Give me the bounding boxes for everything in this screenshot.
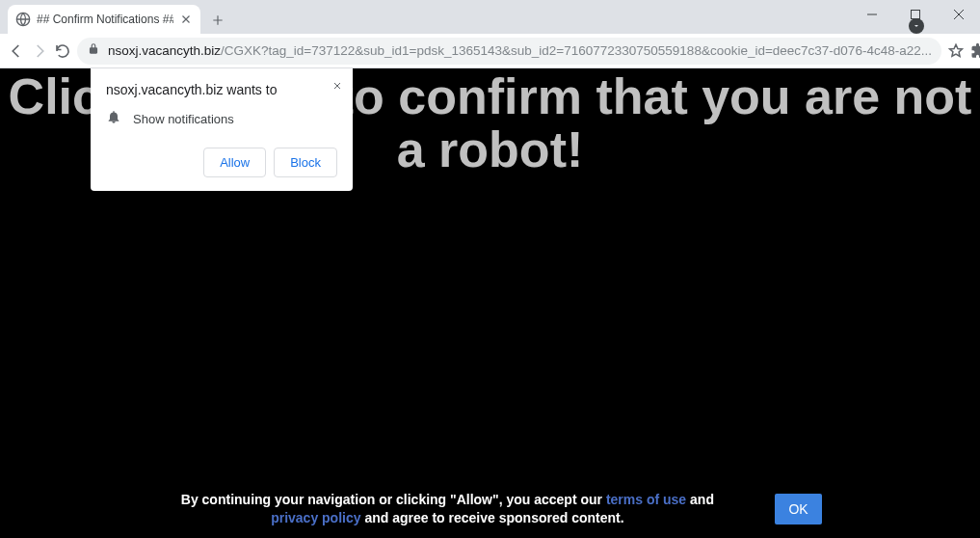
- globe-icon: [15, 12, 31, 27]
- reload-button[interactable]: [54, 38, 71, 65]
- prompt-title: nsoxj.vacancyth.biz wants to: [106, 82, 337, 97]
- extensions-icon[interactable]: [970, 38, 980, 65]
- url-domain: nsoxj.vacancyth.biz: [108, 43, 221, 58]
- notification-permission-prompt: nsoxj.vacancyth.biz wants to Show notifi…: [91, 68, 353, 191]
- close-icon[interactable]: [331, 78, 343, 90]
- address-bar[interactable]: nsoxj.vacancyth.biz/CGXK?tag_id=737122&s…: [77, 38, 941, 65]
- lock-icon: [87, 42, 100, 60]
- page-content: Click "Allow" to confirm that you are no…: [0, 68, 980, 538]
- tab-title: ## Confirm Notifications ##: [37, 13, 173, 26]
- back-button[interactable]: [8, 38, 25, 65]
- maximize-button[interactable]: [893, 0, 937, 29]
- url-text: nsoxj.vacancyth.biz/CGXK?tag_id=737122&s…: [108, 43, 932, 58]
- window-controls: [850, 0, 980, 29]
- allow-button[interactable]: Allow: [203, 148, 266, 177]
- consent-pre: By continuing your navigation or clickin…: [181, 492, 606, 507]
- svg-rect-1: [911, 11, 919, 19]
- ok-button[interactable]: OK: [775, 494, 821, 525]
- consent-text: By continuing your navigation or clickin…: [158, 491, 736, 528]
- consent-bar: By continuing your navigation or clickin…: [0, 491, 980, 528]
- star-icon[interactable]: [947, 38, 965, 65]
- consent-post: and agree to receive sponsored content.: [361, 510, 624, 525]
- new-tab-button[interactable]: [204, 7, 231, 34]
- consent-and: and: [686, 492, 714, 507]
- forward-button[interactable]: [31, 38, 48, 65]
- close-window-button[interactable]: [937, 0, 980, 29]
- bell-icon: [106, 109, 121, 128]
- browser-tab[interactable]: ## Confirm Notifications ##: [8, 5, 200, 34]
- browser-toolbar: nsoxj.vacancyth.biz/CGXK?tag_id=737122&s…: [0, 34, 980, 68]
- privacy-link[interactable]: privacy policy: [271, 510, 360, 525]
- minimize-button[interactable]: [850, 0, 893, 29]
- browser-tab-strip: ## Confirm Notifications ##: [0, 0, 980, 34]
- prompt-message: Show notifications: [133, 112, 234, 126]
- terms-link[interactable]: terms of use: [606, 492, 686, 507]
- url-path: /CGXK?tag_id=737122&sub_id1=pdsk_1365143…: [221, 43, 932, 58]
- close-icon[interactable]: [179, 13, 193, 26]
- block-button[interactable]: Block: [274, 148, 337, 177]
